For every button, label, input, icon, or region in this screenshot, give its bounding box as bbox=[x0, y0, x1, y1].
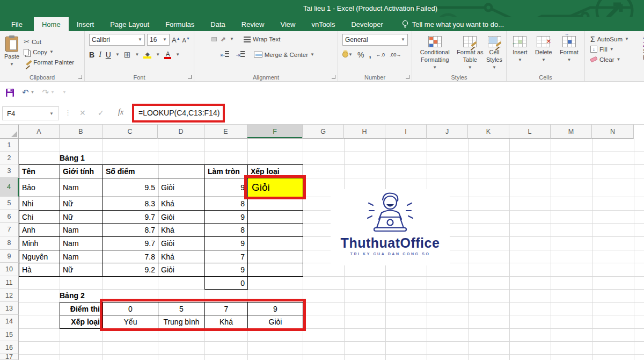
cell-d6[interactable]: Giỏi bbox=[158, 210, 205, 224]
confirm-entry-icon[interactable]: ✓ bbox=[98, 109, 104, 117]
increase-decimal-button[interactable]: ←.0 bbox=[376, 52, 385, 57]
decrease-decimal-button[interactable]: .00→ bbox=[390, 52, 401, 57]
cell-f9[interactable] bbox=[247, 250, 303, 263]
cell-d9[interactable]: Khá bbox=[158, 250, 205, 263]
cell-a8[interactable]: Minh bbox=[19, 236, 60, 250]
cell-c4[interactable]: 9.5 bbox=[103, 178, 158, 197]
column-header-F[interactable]: F bbox=[247, 125, 303, 139]
cell-d7[interactable]: Khá bbox=[158, 223, 205, 237]
clear-button[interactable]: Clear ▼ bbox=[590, 54, 644, 64]
cell-b3-header[interactable]: Giới tính bbox=[60, 164, 103, 178]
column-header-E[interactable]: E bbox=[204, 125, 247, 139]
row-header-14[interactable]: 14 bbox=[0, 315, 19, 328]
borders-caret[interactable]: ▼ bbox=[135, 53, 139, 57]
tab-insert[interactable]: Insert bbox=[69, 17, 103, 31]
align-right-button[interactable] bbox=[211, 53, 217, 57]
cell-e6[interactable]: 9 bbox=[204, 210, 248, 224]
column-header-C[interactable]: C bbox=[103, 125, 158, 139]
delete-cells-button[interactable]: ✕ Delete ▼ bbox=[535, 33, 552, 62]
accounting-format-button[interactable]: ▼ bbox=[342, 52, 353, 57]
fill-color-caret[interactable]: ▼ bbox=[156, 53, 160, 57]
cell-e10[interactable]: 9 bbox=[204, 263, 248, 277]
cell-b14-label[interactable]: Xếp loại bbox=[60, 315, 103, 329]
font-size-select[interactable]: 16▼ bbox=[147, 34, 170, 46]
grow-font-button[interactable]: A▲ bbox=[172, 36, 180, 44]
column-header-K[interactable]: K bbox=[468, 125, 509, 139]
cell-e11[interactable]: 0 bbox=[204, 276, 248, 290]
cell-e3-header[interactable]: Làm tròn bbox=[204, 164, 248, 178]
row-header-8[interactable]: 8 bbox=[0, 236, 19, 250]
cell-e9[interactable]: 7 bbox=[204, 250, 248, 263]
format-cells-button[interactable]: ↔ Format ▼ bbox=[560, 33, 579, 62]
row-header-12[interactable]: 12 bbox=[0, 289, 19, 302]
row-header-6[interactable]: 6 bbox=[0, 210, 19, 223]
cell-d3[interactable] bbox=[158, 164, 205, 178]
cell-a6[interactable]: Chi bbox=[19, 210, 60, 224]
cell-c7[interactable]: 8.7 bbox=[103, 223, 158, 237]
tab-data[interactable]: Data bbox=[202, 17, 233, 31]
name-box-caret[interactable]: ▼ bbox=[49, 111, 54, 116]
increase-indent-button[interactable]: ⇥ bbox=[233, 49, 247, 60]
tab-page-layout[interactable]: Page Layout bbox=[102, 17, 157, 31]
column-header-I[interactable]: I bbox=[385, 125, 427, 139]
fill-color-button[interactable]: ◆ bbox=[143, 51, 151, 59]
align-top-button[interactable] bbox=[199, 37, 204, 41]
cell-d5[interactable]: Khá bbox=[158, 197, 205, 211]
cell-e5[interactable]: 8 bbox=[204, 197, 248, 211]
cell-b6[interactable]: Nữ bbox=[60, 210, 103, 224]
cell-b9[interactable]: Nam bbox=[60, 250, 103, 263]
number-format-select[interactable]: General▼ bbox=[342, 34, 408, 46]
save-button[interactable] bbox=[5, 88, 14, 97]
cell-d8[interactable]: Giỏi bbox=[158, 236, 205, 250]
align-bottom-button[interactable] bbox=[211, 37, 217, 41]
cell-b12-table2-title[interactable]: Bảng 2 bbox=[60, 289, 103, 302]
fill-button[interactable]: ↓ Fill ▼ bbox=[590, 44, 644, 54]
column-header-D[interactable]: D bbox=[158, 125, 204, 139]
cell-c10[interactable]: 9.2 bbox=[103, 263, 158, 277]
percent-style-button[interactable]: % bbox=[357, 51, 364, 59]
conditional-formatting-button[interactable]: Conditional Formatting ▼ bbox=[414, 33, 456, 70]
cell-d10[interactable]: Giỏi bbox=[158, 263, 205, 277]
orientation-button[interactable]: ⇗ bbox=[218, 33, 229, 45]
tab-developer[interactable]: Developer bbox=[343, 17, 391, 31]
row-header-7[interactable]: 7 bbox=[0, 223, 19, 236]
cell-a10[interactable]: Hà bbox=[19, 263, 60, 277]
align-middle-button[interactable] bbox=[205, 37, 210, 41]
comma-style-button[interactable]: , bbox=[369, 50, 371, 59]
column-header-J[interactable]: J bbox=[427, 125, 468, 139]
cell-b13-label[interactable]: Điểm thi bbox=[60, 302, 103, 315]
column-header-H[interactable]: H bbox=[344, 125, 385, 139]
row-header-1[interactable]: 1 bbox=[0, 139, 19, 152]
tab-file[interactable]: File bbox=[0, 17, 34, 31]
cell-b5[interactable]: Nữ bbox=[60, 197, 103, 211]
cell-a7[interactable]: Anh bbox=[19, 223, 60, 237]
cell-c8[interactable]: 9.7 bbox=[103, 236, 158, 250]
column-header-A[interactable]: A bbox=[19, 125, 60, 139]
underline-caret[interactable]: ▼ bbox=[115, 53, 120, 57]
cell-f7[interactable] bbox=[247, 223, 303, 237]
cut-button[interactable]: ✂ Cut bbox=[24, 37, 74, 47]
paste-button[interactable]: Paste ▼ bbox=[4, 33, 19, 67]
format-as-table-button[interactable]: Format as Table ▼ bbox=[456, 33, 485, 70]
row-header-5[interactable]: 5 bbox=[0, 197, 19, 210]
cell-f8[interactable] bbox=[247, 236, 303, 250]
decrease-indent-button[interactable]: ⇤ bbox=[218, 49, 232, 60]
cell-b7[interactable]: Nam bbox=[60, 223, 103, 237]
cell-b4[interactable]: Nam bbox=[60, 178, 103, 197]
borders-button[interactable]: ⊞ bbox=[124, 50, 131, 60]
column-header-G[interactable]: G bbox=[303, 125, 344, 139]
copy-button[interactable]: Copy ▼ bbox=[24, 47, 74, 57]
row-header-16[interactable]: 16 bbox=[0, 341, 19, 354]
cell-f6[interactable] bbox=[247, 210, 303, 224]
cell-c6[interactable]: 9.7 bbox=[103, 210, 158, 224]
cell-a5[interactable]: Nhi bbox=[19, 197, 60, 211]
row-header-4[interactable]: 4 bbox=[0, 178, 19, 197]
tab-vntools[interactable]: vnTools bbox=[303, 17, 343, 31]
column-header-N[interactable]: N bbox=[592, 125, 634, 139]
font-color-caret[interactable]: ▼ bbox=[175, 53, 180, 57]
bold-button[interactable]: B bbox=[89, 51, 94, 59]
column-header-M[interactable]: M bbox=[551, 125, 592, 139]
row-header-9[interactable]: 9 bbox=[0, 250, 19, 263]
tab-formulas[interactable]: Formulas bbox=[157, 17, 202, 31]
underline-button[interactable]: U bbox=[106, 51, 111, 59]
